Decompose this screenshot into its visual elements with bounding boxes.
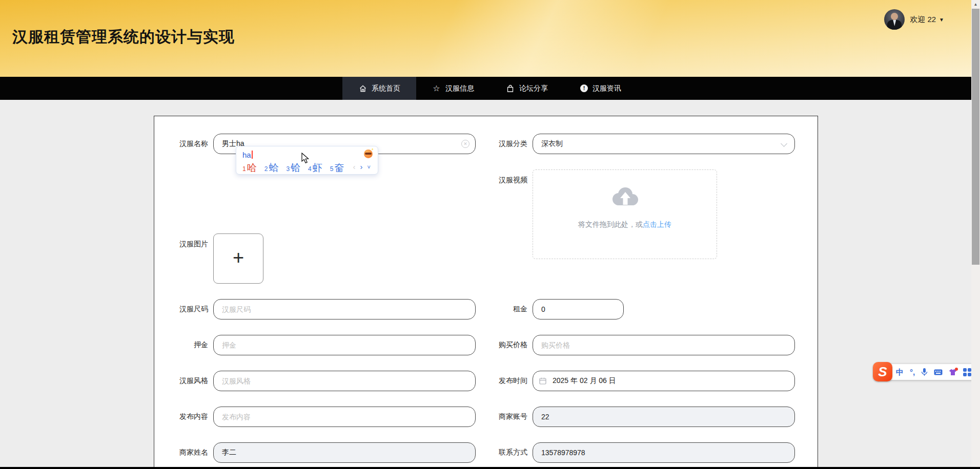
welcome-label: 欢迎 22 (910, 15, 936, 25)
user-menu[interactable]: 欢迎 22 ▼ (884, 9, 944, 30)
ime-mode-icon[interactable]: 中 (896, 368, 904, 376)
ime-candidate-window: ha 1哈 2蛤 3铪 4虾 5奤 ‹ › ˅ (236, 146, 378, 175)
hanfu-size-input[interactable] (213, 299, 476, 319)
nav-item-label: 汉服资讯 (593, 84, 621, 93)
scrollbar-thumb[interactable] (972, 9, 979, 265)
publish-time-input[interactable] (533, 371, 795, 391)
image-upload-button[interactable]: + (213, 233, 263, 284)
page-title: 汉服租赁管理系统的设计与实现 (12, 27, 235, 48)
toolbox-grid-icon[interactable] (963, 368, 971, 376)
ime-caret (252, 151, 253, 159)
calendar-icon (539, 377, 547, 387)
purchase-price-label: 购买价格 (489, 340, 527, 350)
hanfu-category-select[interactable]: 深衣制 (533, 134, 795, 154)
hanfu-style-input[interactable] (213, 371, 476, 391)
deposit-label: 押金 (170, 340, 208, 350)
merchant-account-input (533, 407, 795, 427)
sogou-toolbar: S 中 °, (874, 364, 980, 380)
contact-label: 联系方式 (489, 448, 527, 457)
bag-icon (506, 84, 515, 93)
cloud-upload-icon (608, 184, 642, 211)
ime-expand-icon[interactable]: ˅ (367, 164, 370, 170)
keyboard-icon[interactable] (934, 369, 943, 375)
avatar[interactable] (884, 9, 905, 30)
field-hanfu-category: 汉服分类 深衣制 (489, 134, 795, 154)
hanfu-name-label: 汉服名称 (170, 139, 208, 148)
ime-candidate-2[interactable]: 2蛤 (264, 161, 279, 175)
purchase-price-input[interactable] (533, 335, 795, 355)
publish-time-label: 发布时间 (489, 376, 527, 386)
nav-item-label: 论坛分享 (519, 84, 548, 93)
merchant-name-label: 商家姓名 (170, 448, 208, 457)
field-hanfu-size: 汉服尺码 (170, 299, 476, 319)
clear-icon[interactable]: ✕ (461, 140, 469, 148)
publish-content-label: 发布内容 (170, 412, 208, 421)
dropdown-caret-icon: ▼ (939, 17, 944, 23)
star-icon: ☆ (432, 84, 441, 93)
page-scrollbar: ▲ (971, 0, 980, 467)
main-navbar: 系统首页 ☆ 汉服信息 论坛分享 ! 汉服资讯 (0, 77, 980, 100)
field-merchant-account: 商家账号 (489, 407, 795, 427)
hanfu-category-value: 深衣制 (541, 139, 563, 148)
rent-label: 租金 (489, 305, 527, 314)
hanfu-category-label: 汉服分类 (489, 139, 527, 148)
ime-candidate-4[interactable]: 4虾 (308, 161, 322, 175)
ime-composition-text: ha (242, 151, 251, 159)
click-upload-link[interactable]: 点击上传 (643, 220, 671, 228)
hanfu-video-label: 汉服视频 (489, 169, 527, 185)
scrollbar-up-arrow[interactable]: ▲ (971, 0, 980, 9)
home-icon (358, 84, 367, 93)
drag-text: 将文件拖到此处，或 (578, 220, 643, 228)
field-deposit: 押金 (170, 335, 476, 355)
hanfu-image-label: 汉服图片 (170, 233, 208, 249)
contact-input (533, 442, 795, 463)
field-hanfu-image: 汉服图片 + (170, 233, 263, 284)
row-content-account: 发布内容 商家账号 (154, 407, 818, 427)
plus-icon: + (233, 248, 244, 267)
nav-item-news[interactable]: ! 汉服资讯 (564, 77, 638, 100)
ime-emoji-icon[interactable] (364, 150, 373, 158)
ime-next-page-icon[interactable]: › (360, 162, 362, 171)
merchant-name-input (213, 442, 476, 463)
ime-candidates: 1哈 2蛤 3铪 4虾 5奤 ‹ › ˅ (242, 161, 372, 176)
nav-item-hanfu-info[interactable]: ☆ 汉服信息 (416, 77, 490, 100)
ime-composition: ha (242, 148, 372, 161)
publish-content-input[interactable] (213, 407, 476, 427)
field-publish-content: 发布内容 (170, 407, 476, 427)
nav-item-forum[interactable]: 论坛分享 (490, 77, 564, 100)
field-hanfu-video: 汉服视频 将文件拖到此处，或点击上传 (489, 169, 717, 259)
row-style-time: 汉服风格 发布时间 (154, 371, 818, 391)
ime-candidate-3[interactable]: 3铪 (286, 161, 300, 175)
chevron-down-icon (781, 140, 787, 147)
merchant-account-label: 商家账号 (489, 412, 527, 421)
field-rent: 租金 (489, 299, 624, 319)
rent-input[interactable] (533, 299, 624, 319)
field-publish-time: 发布时间 (489, 371, 795, 391)
deposit-input[interactable] (213, 335, 476, 355)
field-purchase-price: 购买价格 (489, 335, 795, 355)
nav-item-label: 汉服信息 (445, 84, 474, 93)
row-name-contact: 商家姓名 联系方式 (154, 442, 818, 463)
nav-item-home[interactable]: 系统首页 (342, 77, 416, 100)
video-upload-dropzone[interactable]: 将文件拖到此处，或点击上传 (533, 169, 717, 259)
sogou-logo[interactable]: S (873, 362, 892, 381)
ime-candidate-1[interactable]: 1哈 (242, 161, 257, 175)
row-size-rent: 汉服尺码 租金 (154, 299, 818, 319)
hanfu-size-label: 汉服尺码 (170, 305, 208, 314)
upload-hint: 将文件拖到此处，或点击上传 (578, 220, 671, 229)
app-header: 汉服租赁管理系统的设计与实现 欢迎 22 ▼ (0, 0, 980, 77)
field-hanfu-style: 汉服风格 (170, 371, 476, 391)
ime-prev-page-icon[interactable]: ‹ (353, 162, 355, 171)
microphone-icon[interactable] (921, 368, 928, 376)
row-deposit-price: 押金 购买价格 (154, 335, 818, 355)
ime-controls: ‹ › ˅ (353, 162, 370, 171)
punctuation-icon[interactable]: °, (910, 368, 915, 376)
ime-candidate-5[interactable]: 5奤 (330, 161, 344, 175)
nav-item-label: 系统首页 (372, 84, 400, 93)
info-icon: ! (580, 84, 588, 92)
field-contact: 联系方式 (489, 442, 795, 463)
skin-icon[interactable] (949, 369, 957, 376)
avatar-head (891, 13, 898, 20)
welcome-text[interactable]: 欢迎 22 ▼ (910, 15, 944, 25)
field-merchant-name: 商家姓名 (170, 442, 476, 463)
